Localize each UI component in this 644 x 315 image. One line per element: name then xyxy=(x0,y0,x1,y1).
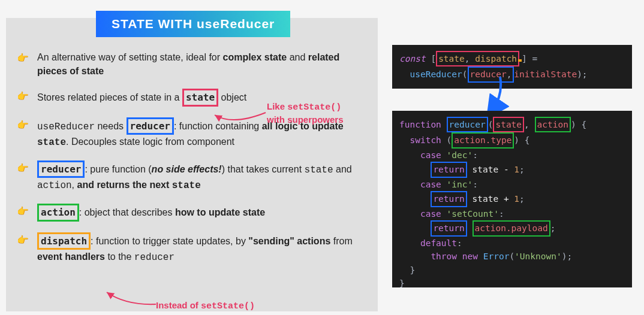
string: 'inc' xyxy=(447,180,473,189)
expr: action.payload xyxy=(475,223,548,233)
pointer-icon: 👉 xyxy=(17,234,29,247)
highlight-action: action xyxy=(37,204,79,221)
code-text: useReducer xyxy=(37,122,95,132)
var-dispatch: dispatch xyxy=(475,54,517,63)
keyword: const xyxy=(399,54,426,63)
text: Instead of xyxy=(156,300,201,310)
text: from xyxy=(330,236,352,246)
text: : function to trigger state updates, by xyxy=(91,236,248,246)
highlight-reducer: reducer xyxy=(37,160,85,178)
text: , xyxy=(72,180,77,190)
keyword: return xyxy=(433,223,464,233)
highlight-reducer: reducer xyxy=(127,117,174,135)
text: to the xyxy=(105,252,134,262)
code-text: setState() xyxy=(287,102,341,113)
bold: event handlers xyxy=(37,252,105,262)
keyword: switch xyxy=(410,135,441,145)
text: Stores related pieces of state in a xyxy=(37,92,182,102)
text: and xyxy=(287,52,308,62)
string: 'dec' xyxy=(447,150,473,160)
pointer-icon: 👉 xyxy=(17,52,29,65)
string: 'setCount' xyxy=(447,209,499,219)
fn-name: reducer xyxy=(449,120,486,129)
arrow-down-icon xyxy=(482,77,518,116)
keyword: throw xyxy=(431,252,457,261)
bold: "sending" actions xyxy=(248,236,330,246)
code-text: state xyxy=(305,165,333,175)
list-item: 👉 dispatch: function to trigger state up… xyxy=(17,232,367,265)
code-snippet-reducer: function reducer(state, action) { switch… xyxy=(392,111,632,287)
keyword: new xyxy=(462,252,478,261)
param-state: state xyxy=(495,120,522,129)
keyword: case xyxy=(420,180,441,189)
pointer-icon: 👉 xyxy=(17,90,29,103)
italic: no side effects! xyxy=(152,164,222,174)
list-item: 👉 reducer: pure function (no side effect… xyxy=(17,160,367,193)
pointer-icon: 👉 xyxy=(17,205,29,218)
keyword: return xyxy=(433,194,464,204)
keyword: return xyxy=(433,165,464,174)
text: : function containing xyxy=(174,121,262,131)
class: Error xyxy=(483,252,510,261)
annotation-instead: Instead of setState() xyxy=(156,299,255,313)
highlight-state: state xyxy=(182,89,218,106)
keyword: case xyxy=(420,150,441,160)
keyword: function xyxy=(399,120,441,129)
bold: complex state xyxy=(223,52,287,62)
bold: how to update state xyxy=(175,207,265,217)
bullet-text: An alternative way of setting state, ide… xyxy=(37,50,367,78)
code-text: setState() xyxy=(201,301,255,311)
list-item: 👉 An alternative way of setting state, i… xyxy=(17,50,367,78)
keyword: case xyxy=(420,209,441,219)
text: An alternative way of setting state, ide… xyxy=(37,52,223,62)
bullet-text: Stores related pieces of state in a stat… xyxy=(37,89,246,106)
pointer-icon: 👉 xyxy=(17,162,29,175)
bold: and returns the next xyxy=(77,180,172,190)
text: . Decouples state logic from component xyxy=(66,137,234,147)
text: and xyxy=(333,164,352,174)
title-banner: STATE WITH useReducer xyxy=(96,11,290,37)
bullet-text: dispatch: function to trigger state upda… xyxy=(37,232,367,265)
bullet-list: 👉 An alternative way of setting state, i… xyxy=(17,50,367,265)
list-item: 👉 action: object that describes how to u… xyxy=(17,204,367,221)
text: ) that takes current xyxy=(222,164,305,174)
var-state: state xyxy=(438,54,465,63)
highlight-dispatch: dispatch xyxy=(37,232,91,250)
text: : object that describes xyxy=(79,207,175,217)
arg-initialstate: initialState xyxy=(514,69,577,79)
expr: action.type xyxy=(454,135,511,145)
bullet-text: action: object that describes how to upd… xyxy=(37,204,265,221)
left-panel: 👉 An alternative way of setting state, i… xyxy=(6,18,378,311)
keyword: default xyxy=(420,238,457,248)
code-text: action xyxy=(37,180,72,191)
text: with superpowers xyxy=(267,114,344,125)
param-action: action xyxy=(537,120,568,129)
text: Like xyxy=(267,101,287,111)
code-text: state xyxy=(37,137,66,148)
text: needs xyxy=(95,121,126,131)
code-text: state xyxy=(172,180,201,191)
pointer-icon: 👉 xyxy=(17,119,29,132)
text: : pure function ( xyxy=(85,164,151,174)
bullet-text: reducer: pure function (no side effects!… xyxy=(37,160,367,193)
text: object xyxy=(218,92,246,102)
code-text: reducer xyxy=(134,252,174,263)
fn-usereducer: useReducer xyxy=(410,69,462,79)
string: 'Unknown' xyxy=(514,252,562,261)
annotation-setstate: Like setState() with superpowers xyxy=(267,101,369,125)
